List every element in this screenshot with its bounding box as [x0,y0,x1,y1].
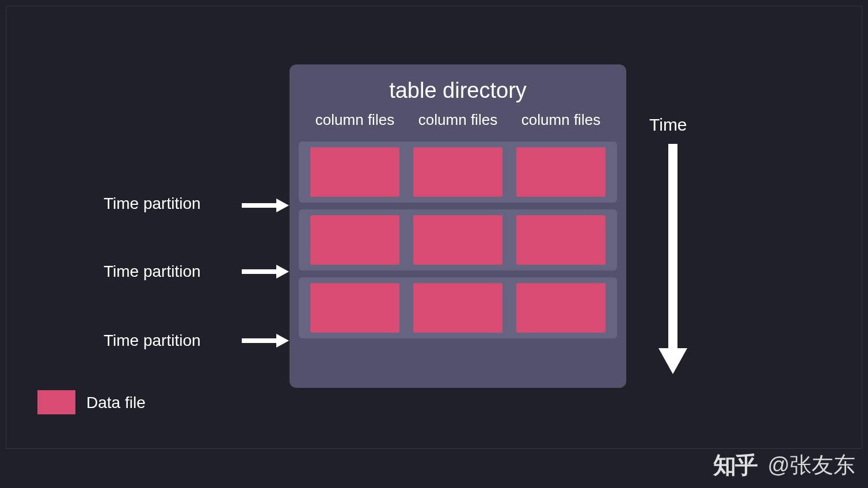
partition-row [299,142,617,203]
svg-marker-3 [276,265,289,279]
arrow-right-icon [242,199,289,212]
author-name: @张友东 [767,451,855,480]
data-file-block [413,215,502,265]
data-file-block [413,283,502,333]
data-file-block [310,215,399,265]
data-file-block [310,283,399,333]
svg-rect-0 [242,203,276,208]
data-file-block [516,215,606,265]
watermark: 知乎 @张友东 [713,449,855,481]
svg-rect-2 [242,269,276,274]
svg-marker-7 [658,348,687,374]
zhihu-logo-icon: 知乎 [713,449,757,481]
legend-label: Data file [86,394,146,412]
legend-swatch [37,390,75,414]
svg-rect-4 [242,338,276,343]
svg-rect-6 [668,144,677,351]
data-file-block [413,147,502,197]
data-file-block [310,147,399,197]
column-header: column files [310,111,399,129]
time-axis-label: Time [649,115,687,135]
data-file-block [516,283,606,333]
column-headers: column files column files column files [290,103,626,135]
row-label: Time partition [104,331,201,350]
directory-title: table directory [290,64,626,103]
partition-row [299,277,617,338]
partition-row [299,209,617,270]
row-label: Time partition [104,195,201,213]
row-label: Time partition [104,262,201,281]
column-header: column files [516,111,606,129]
arrow-right-icon [242,334,289,348]
svg-marker-1 [276,199,289,212]
column-header: column files [413,111,502,129]
arrow-down-icon [658,144,687,376]
svg-marker-5 [276,334,289,348]
data-file-block [516,147,606,197]
table-directory-box: table directory column files column file… [290,64,626,388]
arrow-right-icon [242,265,289,279]
